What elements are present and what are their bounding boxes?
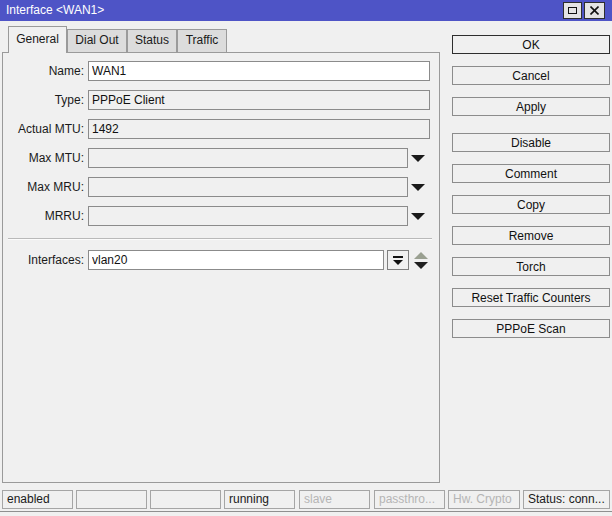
status-connection: Status: conn...: [523, 490, 610, 509]
close-button[interactable]: [584, 2, 605, 19]
move-down-icon[interactable]: [414, 262, 428, 269]
status-hw-crypto: Hw. Crypto: [448, 490, 520, 509]
maximize-button[interactable]: [563, 2, 582, 19]
name-input[interactable]: [88, 61, 430, 81]
status-passthrough: passthro...: [374, 490, 445, 509]
interfaces-dropdown-button[interactable]: [387, 250, 409, 270]
status-empty-2: [150, 490, 221, 509]
titlebar[interactable]: Interface <WAN1>: [0, 0, 612, 21]
mrru-label: MRRU:: [2, 206, 84, 226]
interfaces-label: Interfaces:: [2, 250, 84, 270]
actual-mtu-field: [88, 119, 430, 139]
remove-button[interactable]: Remove: [452, 226, 610, 245]
ok-button[interactable]: OK: [452, 35, 610, 54]
close-icon: [590, 6, 599, 15]
copy-button[interactable]: Copy: [452, 195, 610, 214]
max-mru-label: Max MRU:: [2, 177, 84, 197]
max-mtu-combo[interactable]: [88, 148, 408, 168]
max-mru-combo[interactable]: [88, 177, 408, 197]
tab-dial-out[interactable]: Dial Out: [67, 29, 127, 52]
status-enabled: enabled: [2, 490, 73, 509]
type-field: [88, 90, 430, 110]
mrru-combo[interactable]: [88, 206, 408, 226]
comment-button[interactable]: Comment: [452, 164, 610, 183]
tab-traffic[interactable]: Traffic: [177, 29, 227, 52]
status-slave: slave: [299, 490, 370, 509]
disable-button[interactable]: Disable: [452, 133, 610, 152]
max-mru-dropdown-arrow-icon[interactable]: [411, 184, 425, 191]
reset-traffic-counters-button[interactable]: Reset Traffic Counters: [452, 288, 610, 307]
interfaces-input[interactable]: [88, 250, 384, 270]
maximize-icon: [568, 7, 577, 14]
pppoe-scan-button[interactable]: PPPoE Scan: [452, 319, 610, 338]
apply-button[interactable]: Apply: [452, 97, 610, 116]
tab-status[interactable]: Status: [127, 29, 177, 52]
window-title: Interface <WAN1>: [6, 0, 104, 21]
interface-dialog-window: Interface <WAN1> General Dial Out Status…: [0, 0, 612, 516]
move-up-icon[interactable]: [414, 252, 428, 259]
section-divider: [8, 238, 432, 240]
tab-general[interactable]: General: [8, 26, 67, 53]
mrru-dropdown-arrow-icon[interactable]: [411, 213, 425, 220]
name-label: Name:: [2, 61, 84, 81]
interfaces-reorder-control: [414, 251, 428, 269]
max-mtu-dropdown-arrow-icon[interactable]: [411, 155, 425, 162]
dropdown-to-bottom-icon: [393, 256, 403, 258]
torch-button[interactable]: Torch: [452, 257, 610, 276]
type-label: Type:: [2, 90, 84, 110]
max-mtu-label: Max MTU:: [2, 148, 84, 168]
status-running: running: [224, 490, 295, 509]
window-bottom-edge: [0, 511, 612, 512]
actual-mtu-label: Actual MTU:: [2, 119, 84, 139]
cancel-button[interactable]: Cancel: [452, 66, 610, 85]
status-empty-1: [76, 490, 147, 509]
